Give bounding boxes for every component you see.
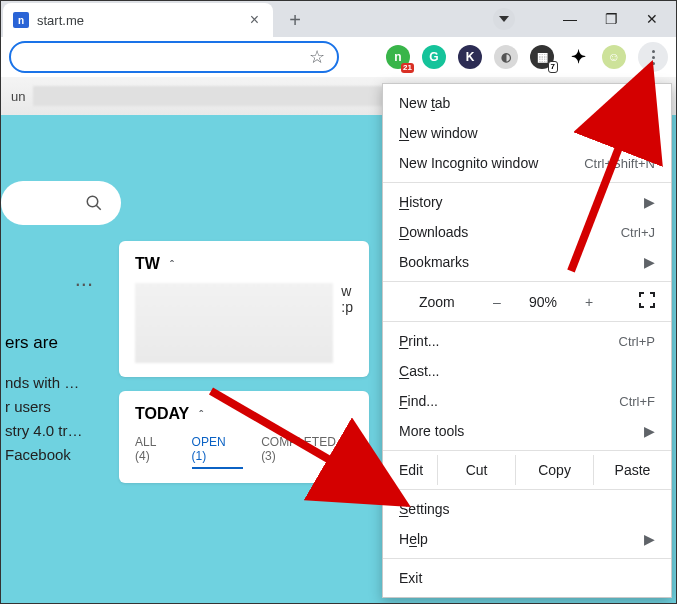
minimize-button[interactable]: —: [563, 11, 577, 27]
separator: [383, 450, 671, 451]
menu-find[interactable]: Find... Ctrl+F: [383, 386, 671, 416]
favicon-icon: n: [13, 12, 29, 28]
extension-icon[interactable]: G: [422, 45, 446, 69]
feed-line: r users: [5, 395, 101, 419]
close-tab-icon[interactable]: ×: [246, 11, 263, 29]
chevron-down-icon[interactable]: [493, 8, 515, 30]
profile-avatar-icon[interactable]: ☺: [602, 45, 626, 69]
label: w: [341, 283, 353, 299]
more-icon[interactable]: ···: [5, 241, 101, 327]
paste-button[interactable]: Paste: [594, 455, 671, 485]
zoom-in-button[interactable]: +: [577, 294, 601, 310]
feed-line: Facebook: [5, 443, 101, 467]
tab-title: start.me: [37, 13, 246, 28]
chrome-menu: New tab Ctrl New window Ctrl+N New Incog…: [382, 83, 672, 598]
separator: [383, 281, 671, 282]
address-bar[interactable]: ☆: [9, 41, 339, 73]
bookmark-star-icon[interactable]: ☆: [309, 46, 325, 68]
separator: [383, 489, 671, 490]
chevron-right-icon: ▶: [644, 254, 655, 270]
menu-new-window[interactable]: New window Ctrl+N: [383, 118, 671, 148]
today-tabs: ALL (4) OPEN (1) COMPLETED (3): [135, 435, 353, 469]
chevron-right-icon: ▶: [644, 194, 655, 210]
left-column: ··· ers are nds with … r users stry 4.0 …: [1, 241, 101, 483]
menu-history[interactable]: History ▶: [383, 187, 671, 217]
chrome-menu-button[interactable]: [638, 42, 668, 72]
svg-marker-0: [499, 16, 509, 22]
maximize-button[interactable]: ❐: [605, 11, 618, 27]
window-controls: — ❐ ✕: [481, 1, 676, 37]
feed-lines: nds with … r users stry 4.0 tr… Facebook: [5, 371, 101, 467]
chevron-up-icon: ˆ: [170, 258, 174, 270]
svg-point-1: [87, 196, 98, 207]
tab-open[interactable]: OPEN (1): [192, 435, 244, 469]
card-header[interactable]: TODAY ˆ: [135, 405, 353, 423]
extension-icon[interactable]: ▦7: [530, 45, 554, 69]
card-header[interactable]: TW ˆ: [135, 255, 353, 273]
tw-card: TW ˆ w :p: [119, 241, 369, 377]
menu-edit-row: Edit Cut Copy Paste: [383, 455, 671, 485]
menu-cast[interactable]: Cast...: [383, 356, 671, 386]
feed-line: stry 4.0 tr…: [5, 419, 101, 443]
zoom-value: 90%: [523, 294, 563, 310]
toolbar: ☆ n21 G K ◐ ▦7 ✦ ☺: [1, 37, 676, 77]
label: un: [11, 89, 25, 104]
feed-line: nds with …: [5, 371, 101, 395]
menu-help[interactable]: Help ▶: [383, 524, 671, 554]
tab-all[interactable]: ALL (4): [135, 435, 174, 469]
menu-downloads[interactable]: Downloads Ctrl+J: [383, 217, 671, 247]
extension-icon[interactable]: n21: [386, 45, 410, 69]
card-title: TODAY: [135, 405, 189, 423]
svg-line-2: [96, 205, 101, 210]
menu-exit[interactable]: Exit: [383, 563, 671, 593]
menu-incognito[interactable]: New Incognito window Ctrl+Shift+N: [383, 148, 671, 178]
extension-icon[interactable]: ◐: [494, 45, 518, 69]
edit-label: Edit: [383, 455, 438, 485]
fullscreen-icon[interactable]: [639, 292, 655, 311]
menu-settings[interactable]: Settings: [383, 494, 671, 524]
extension-icons: n21 G K ◐ ▦7 ✦ ☺: [386, 42, 668, 72]
chevron-up-icon: ˆ: [199, 408, 203, 420]
search-icon: [85, 194, 103, 212]
menu-bookmarks[interactable]: Bookmarks ▶: [383, 247, 671, 277]
menu-print[interactable]: Print... Ctrl+P: [383, 326, 671, 356]
menu-new-tab[interactable]: New tab Ctrl: [383, 88, 671, 118]
badge: 7: [548, 61, 558, 73]
tab-strip: n start.me × + — ❐ ✕: [1, 1, 676, 37]
separator: [383, 558, 671, 559]
separator: [383, 321, 671, 322]
blurred-region: [135, 283, 333, 363]
chevron-right-icon: ▶: [644, 531, 655, 547]
menu-more-tools[interactable]: More tools ▶: [383, 416, 671, 446]
label: :p: [341, 299, 353, 315]
today-card: TODAY ˆ ALL (4) OPEN (1) COMPLETED (3): [119, 391, 369, 483]
badge: 21: [401, 63, 414, 73]
new-tab-button[interactable]: +: [281, 6, 309, 34]
tab-completed[interactable]: COMPLETED (3): [261, 435, 353, 469]
card-title: TW: [135, 255, 160, 273]
zoom-out-button[interactable]: –: [485, 294, 509, 310]
search-pill[interactable]: [1, 181, 121, 225]
extensions-puzzle-icon[interactable]: ✦: [566, 45, 590, 69]
separator: [383, 182, 671, 183]
copy-button[interactable]: Copy: [516, 455, 594, 485]
extension-icon[interactable]: K: [458, 45, 482, 69]
zoom-label: Zoom: [419, 294, 471, 310]
menu-zoom: Zoom – 90% +: [383, 286, 671, 317]
cut-button[interactable]: Cut: [438, 455, 516, 485]
close-window-button[interactable]: ✕: [646, 11, 658, 27]
chevron-right-icon: ▶: [644, 423, 655, 439]
headline: ers are: [5, 333, 101, 353]
browser-tab[interactable]: n start.me ×: [3, 3, 273, 37]
